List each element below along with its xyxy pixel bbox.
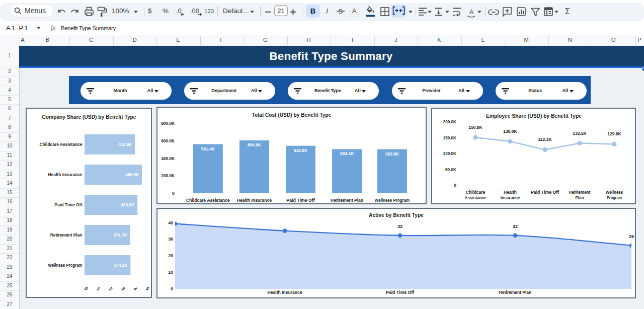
svg-text:Childcare Assistance: Childcare Assistance bbox=[40, 142, 83, 147]
svg-text:Health Insurance: Health Insurance bbox=[268, 290, 302, 295]
svg-text:150.0K: 150.0K bbox=[443, 135, 457, 140]
svg-text:B: B bbox=[310, 7, 315, 15]
svg-text:138.0K: 138.0K bbox=[503, 128, 517, 134]
svg-text:Paid Time Off: Paid Time Off bbox=[286, 198, 315, 203]
svg-text:600.0K: 600.0K bbox=[162, 138, 175, 143]
svg-text:542.9K: 542.9K bbox=[294, 148, 307, 153]
svg-text:Childcare Assistance: Childcare Assistance bbox=[186, 198, 230, 203]
svg-text:$: $ bbox=[148, 7, 152, 15]
svg-text:Total Cost (USD) by Benefit Ty: Total Cost (USD) by Benefit Type bbox=[252, 112, 332, 118]
svg-text:371.7K: 371.7K bbox=[114, 233, 127, 238]
svg-text:Retirement Plan: Retirement Plan bbox=[331, 198, 363, 203]
svg-text:Health Insurance: Health Insurance bbox=[48, 172, 83, 177]
svg-text:503.8K: 503.8K bbox=[385, 151, 399, 157]
svg-text:5: 5 bbox=[145, 286, 151, 292]
svg-text:504.1K: 504.1K bbox=[340, 151, 354, 156]
svg-text:100%: 100% bbox=[112, 7, 129, 15]
svg-text:150.8K: 150.8K bbox=[468, 124, 482, 130]
svg-text:561.4K: 561.4K bbox=[201, 146, 215, 151]
svg-text:Assistance: Assistance bbox=[465, 195, 487, 200]
svg-text:1: 1 bbox=[96, 286, 102, 292]
svg-text:32: 32 bbox=[397, 224, 403, 229]
svg-text:Retirement: Retirement bbox=[569, 190, 591, 195]
svg-text:A: A bbox=[469, 9, 473, 16]
svg-text:0: 0 bbox=[84, 286, 90, 292]
svg-text:200.0K: 200.0K bbox=[443, 119, 457, 124]
svg-text:%: % bbox=[163, 7, 169, 15]
svg-text:430.8K: 430.8K bbox=[121, 202, 134, 207]
svg-text:Employee Share (USD) by Benefi: Employee Share (USD) by Benefit Type bbox=[486, 113, 582, 119]
svg-text:Paid Time Off: Paid Time Off bbox=[54, 202, 82, 207]
svg-text:30: 30 bbox=[169, 237, 174, 242]
svg-text:Menus: Menus bbox=[25, 7, 46, 15]
svg-text:50.0K: 50.0K bbox=[445, 167, 456, 172]
svg-text:Defaul…: Defaul… bbox=[223, 7, 250, 15]
svg-text:112.1K: 112.1K bbox=[538, 136, 552, 142]
svg-text:10: 10 bbox=[169, 270, 174, 275]
svg-text:Health: Health bbox=[504, 190, 517, 195]
svg-text:604.9K: 604.9K bbox=[248, 142, 261, 147]
svg-text:200.0K: 200.0K bbox=[162, 173, 175, 178]
svg-text:Health Insurance: Health Insurance bbox=[237, 198, 272, 203]
svg-text:A: A bbox=[352, 7, 357, 15]
svg-text:800.0K: 800.0K bbox=[162, 121, 175, 126]
svg-text:132.5K: 132.5K bbox=[573, 130, 587, 136]
svg-text:Paid Time Off: Paid Time Off bbox=[386, 290, 415, 295]
svg-text:374.2K: 374.2K bbox=[114, 263, 127, 268]
svg-text:100.0K: 100.0K bbox=[443, 151, 457, 156]
svg-text:Wellness: Wellness bbox=[606, 190, 623, 195]
svg-text:Wellness Program: Wellness Program bbox=[48, 263, 83, 268]
svg-text:.0: .0 bbox=[176, 7, 182, 15]
svg-text:Insurance: Insurance bbox=[501, 195, 520, 200]
svg-text:4: 4 bbox=[132, 286, 138, 292]
svg-text:Retirement Plan: Retirement Plan bbox=[50, 233, 83, 238]
svg-text:0: 0 bbox=[171, 286, 173, 291]
svg-text:0: 0 bbox=[172, 191, 175, 196]
svg-text:Plan: Plan bbox=[575, 195, 584, 200]
svg-text:32: 32 bbox=[513, 224, 518, 229]
svg-text:Paid Time Off: Paid Time Off bbox=[531, 190, 559, 195]
svg-text:.00: .00 bbox=[190, 7, 199, 15]
svg-text:Retirement Plan: Retirement Plan bbox=[499, 290, 532, 295]
svg-text:129.6K: 129.6K bbox=[607, 131, 621, 136]
svg-text:Program: Program bbox=[607, 195, 622, 200]
svg-text:I: I bbox=[326, 7, 328, 15]
svg-text:123: 123 bbox=[204, 8, 214, 14]
svg-text:0: 0 bbox=[454, 183, 456, 188]
svg-text:26: 26 bbox=[629, 234, 634, 239]
svg-text:400.0K: 400.0K bbox=[162, 156, 175, 161]
svg-text:3: 3 bbox=[120, 286, 126, 292]
svg-text:20: 20 bbox=[169, 253, 174, 258]
svg-text:Company Share (USD) by Benefit: Company Share (USD) by Benefit Type bbox=[42, 114, 136, 120]
svg-text:Childcare: Childcare bbox=[466, 190, 486, 195]
svg-text:Σ: Σ bbox=[565, 7, 570, 16]
svg-text:2: 2 bbox=[108, 286, 114, 292]
svg-text:Active by Benefit Type: Active by Benefit Type bbox=[369, 212, 424, 218]
svg-text:466.9K: 466.9K bbox=[125, 172, 139, 177]
svg-text:40: 40 bbox=[169, 220, 174, 225]
svg-text:Wellness Program: Wellness Program bbox=[375, 198, 410, 203]
svg-text:410.6K: 410.6K bbox=[118, 142, 132, 147]
svg-text:21: 21 bbox=[278, 8, 285, 15]
